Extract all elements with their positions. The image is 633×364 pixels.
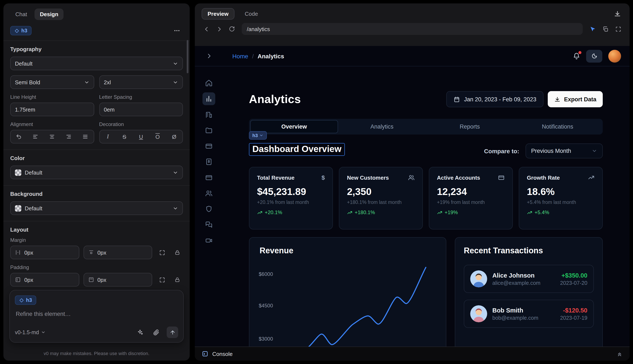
date-range-button[interactable]: Jan 20, 2023 - Feb 09, 2023 <box>446 91 543 107</box>
back-button[interactable] <box>201 24 212 34</box>
sidebar-item-cards[interactable] <box>202 171 215 184</box>
align-right-button[interactable] <box>60 130 77 143</box>
notifications-button[interactable] <box>573 52 580 60</box>
enhance-prompt-button[interactable] <box>134 327 145 338</box>
sidebar-item-security[interactable] <box>202 203 215 216</box>
refresh-button[interactable] <box>226 24 238 34</box>
panel-mode-tabs: Chat Design <box>4 4 190 24</box>
tab-analytics[interactable]: Analytics <box>338 120 426 133</box>
margin-expand-button[interactable] <box>156 247 167 258</box>
copy-icon <box>602 26 608 32</box>
export-data-button[interactable]: Export Data <box>548 91 603 107</box>
align-center-button[interactable] <box>44 130 61 143</box>
console-icon <box>202 350 208 357</box>
font-size-select[interactable]: 2xl <box>99 75 183 89</box>
theme-toggle-button[interactable] <box>586 50 602 62</box>
preview-mode-tabs: Preview Code <box>195 4 629 23</box>
url-input[interactable] <box>242 23 583 35</box>
refine-input[interactable] <box>16 311 179 317</box>
paperclip-icon <box>153 329 159 336</box>
transaction-date: 2023-07-19 <box>560 315 587 321</box>
selected-element-badge[interactable]: h3 <box>10 26 32 35</box>
align-justify-button[interactable] <box>77 130 94 143</box>
tab-design[interactable]: Design <box>35 8 64 20</box>
sidebar-item-customers[interactable] <box>202 187 215 200</box>
background-select[interactable]: Default <box>10 201 183 215</box>
breadcrumb-current: Analytics <box>258 52 284 60</box>
users-icon <box>408 174 415 181</box>
letter-spacing-value: 0em <box>104 106 115 112</box>
model-select[interactable]: v0-1.5-md <box>15 329 46 335</box>
strikethrough-button[interactable]: S <box>116 130 133 143</box>
stat-value: 18.6% <box>527 186 595 198</box>
color-select[interactable]: Default <box>10 166 183 179</box>
sidebar-item-invoices[interactable] <box>202 156 215 168</box>
stat-title: Total Revenue <box>257 174 295 181</box>
more-options-button[interactable] <box>171 26 183 35</box>
padding-horizontal-input[interactable]: 0px <box>10 273 79 286</box>
transaction-row[interactable]: Alice Johnson alice@example.com +$350.00… <box>464 265 594 293</box>
sidebar-item-wallet[interactable] <box>202 140 215 152</box>
forward-button[interactable] <box>214 24 225 34</box>
letter-spacing-input[interactable]: 0em <box>99 102 183 116</box>
underline-button[interactable]: U <box>133 130 149 143</box>
attach-button[interactable] <box>150 327 161 338</box>
margin-horizontal-input[interactable]: 0px <box>10 246 79 259</box>
color-heading: Color <box>10 155 183 161</box>
fullscreen-button[interactable] <box>612 24 624 34</box>
user-avatar[interactable] <box>608 50 621 62</box>
align-left-icon <box>33 134 39 140</box>
overline-button[interactable]: O <box>149 130 166 143</box>
download-button[interactable] <box>612 8 623 19</box>
select-element-tool-button[interactable] <box>587 24 598 34</box>
align-left-button[interactable] <box>27 130 44 143</box>
tab-code[interactable]: Code <box>239 8 264 20</box>
chevron-down-icon <box>84 80 89 85</box>
element-tag-badge[interactable]: h3 <box>249 131 267 140</box>
open-in-new-button[interactable] <box>600 24 611 34</box>
horizontal-spacing-icon <box>15 250 21 256</box>
sidebar-item-analytics[interactable] <box>202 92 215 105</box>
clear-decoration-button[interactable]: Ø <box>166 130 182 143</box>
undo-alignment-button[interactable] <box>11 130 27 143</box>
ellipsis-icon <box>173 27 180 34</box>
bar-chart-icon <box>205 95 213 102</box>
align-justify-icon <box>82 134 88 140</box>
align-right-icon <box>66 134 72 140</box>
padding-vertical-input[interactable]: 0px <box>83 273 152 286</box>
console-bar[interactable]: Console <box>195 346 629 360</box>
preview-url-bar <box>195 23 629 39</box>
font-family-select[interactable]: Default <box>10 56 183 70</box>
margin-lock-button[interactable] <box>172 247 183 258</box>
composer-element-badge[interactable]: h3 <box>15 296 36 305</box>
send-button[interactable] <box>167 326 178 338</box>
font-family-value: Default <box>15 60 32 67</box>
section-title-selected[interactable]: Dashboard Overview <box>249 143 345 156</box>
video-icon <box>205 237 213 244</box>
breadcrumb-home-link[interactable]: Home <box>232 52 248 60</box>
sidebar-item-projects[interactable] <box>202 124 215 137</box>
sidebar-item-video[interactable] <box>202 234 215 247</box>
line-height-input[interactable]: 1.75rem <box>10 102 94 116</box>
tab-chat[interactable]: Chat <box>10 8 32 20</box>
console-expand-button[interactable] <box>616 350 623 357</box>
diamond-icon <box>15 28 19 33</box>
padding-expand-button[interactable] <box>156 274 167 285</box>
sidebar-expand-button[interactable] <box>203 50 215 62</box>
margin-vertical-input[interactable]: 0px <box>83 246 152 259</box>
tab-reports[interactable]: Reports <box>426 120 514 133</box>
font-weight-select[interactable]: Semi Bold <box>10 75 94 89</box>
sidebar-item-home[interactable] <box>202 77 215 90</box>
tab-notifications[interactable]: Notifications <box>514 120 601 133</box>
italic-button[interactable]: I <box>100 130 116 143</box>
tab-preview[interactable]: Preview <box>202 8 235 20</box>
compare-select[interactable]: Previous Month <box>526 144 603 158</box>
panel-scrollbar[interactable] <box>187 40 188 73</box>
recent-transactions-card: Recent Transactions Al <box>455 237 603 346</box>
padding-lock-button[interactable] <box>172 274 183 285</box>
transaction-row[interactable]: Bob Smith bob@example.com -$120.50 2023-… <box>464 300 594 328</box>
sidebar-item-organization[interactable] <box>202 108 215 121</box>
v0-workspace: Chat Design h3 Typography Default Semi B… <box>0 0 633 364</box>
revenue-line-chart <box>249 238 447 346</box>
sidebar-item-messages[interactable] <box>202 218 215 231</box>
